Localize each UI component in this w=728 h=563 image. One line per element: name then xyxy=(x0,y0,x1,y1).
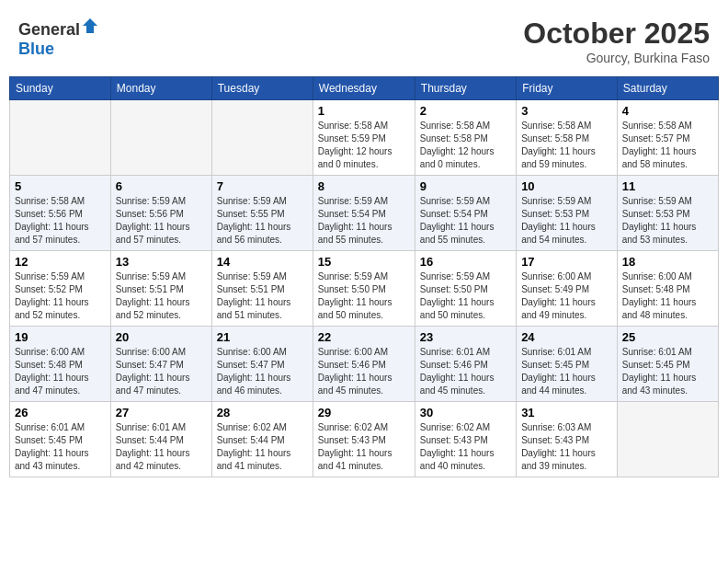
calendar-cell xyxy=(617,402,718,477)
day-info: Sunrise: 6:00 AM Sunset: 5:47 PM Dayligh… xyxy=(116,346,207,397)
calendar-cell: 13Sunrise: 5:59 AM Sunset: 5:51 PM Dayli… xyxy=(110,251,211,327)
day-info: Sunrise: 5:59 AM Sunset: 5:50 PM Dayligh… xyxy=(318,270,410,322)
weekday-header-wednesday: Wednesday xyxy=(313,77,415,100)
logo: General Blue xyxy=(18,17,99,59)
day-info: Sunrise: 5:59 AM Sunset: 5:50 PM Dayligh… xyxy=(420,270,511,322)
day-info: Sunrise: 5:59 AM Sunset: 5:51 PM Dayligh… xyxy=(217,270,308,322)
day-info: Sunrise: 5:58 AM Sunset: 5:58 PM Dayligh… xyxy=(420,120,511,171)
day-number: 3 xyxy=(521,104,612,118)
calendar-cell: 2Sunrise: 5:58 AM Sunset: 5:58 PM Daylig… xyxy=(415,100,516,176)
weekday-header-monday: Monday xyxy=(110,77,211,100)
day-number: 10 xyxy=(521,179,612,193)
day-info: Sunrise: 5:59 AM Sunset: 5:53 PM Dayligh… xyxy=(521,195,612,247)
day-number: 7 xyxy=(217,179,308,193)
day-number: 2 xyxy=(420,104,511,118)
logo-blue: Blue xyxy=(18,40,54,58)
weekday-header-row: SundayMondayTuesdayWednesdayThursdayFrid… xyxy=(10,77,719,100)
day-info: Sunrise: 5:59 AM Sunset: 5:52 PM Dayligh… xyxy=(15,270,106,322)
calendar-cell: 16Sunrise: 5:59 AM Sunset: 5:50 PM Dayli… xyxy=(415,251,516,327)
day-info: Sunrise: 6:00 AM Sunset: 5:49 PM Dayligh… xyxy=(521,270,612,322)
calendar-cell: 12Sunrise: 5:59 AM Sunset: 5:52 PM Dayli… xyxy=(10,251,111,327)
calendar-cell: 10Sunrise: 5:59 AM Sunset: 5:53 PM Dayli… xyxy=(517,176,618,251)
day-info: Sunrise: 5:58 AM Sunset: 5:58 PM Dayligh… xyxy=(521,120,612,171)
calendar-week-row: 5Sunrise: 5:58 AM Sunset: 5:56 PM Daylig… xyxy=(10,176,719,251)
weekday-header-tuesday: Tuesday xyxy=(211,77,313,100)
day-number: 13 xyxy=(116,255,207,269)
day-number: 30 xyxy=(420,406,511,419)
day-info: Sunrise: 5:59 AM Sunset: 5:55 PM Dayligh… xyxy=(217,195,308,247)
calendar-cell: 19Sunrise: 6:00 AM Sunset: 5:48 PM Dayli… xyxy=(10,327,111,402)
calendar-cell xyxy=(211,100,313,176)
day-info: Sunrise: 5:59 AM Sunset: 5:56 PM Dayligh… xyxy=(116,195,207,247)
calendar-week-row: 12Sunrise: 5:59 AM Sunset: 5:52 PM Dayli… xyxy=(10,251,719,327)
month-title: October 2025 xyxy=(523,17,710,51)
day-number: 11 xyxy=(622,179,713,193)
weekday-header-saturday: Saturday xyxy=(617,77,718,100)
calendar-cell: 27Sunrise: 6:01 AM Sunset: 5:44 PM Dayli… xyxy=(110,402,211,477)
day-info: Sunrise: 5:58 AM Sunset: 5:59 PM Dayligh… xyxy=(318,120,410,171)
calendar-cell: 4Sunrise: 5:58 AM Sunset: 5:57 PM Daylig… xyxy=(617,100,718,176)
calendar-cell: 23Sunrise: 6:01 AM Sunset: 5:46 PM Dayli… xyxy=(415,327,516,402)
calendar-cell: 8Sunrise: 5:59 AM Sunset: 5:54 PM Daylig… xyxy=(313,176,415,251)
day-info: Sunrise: 6:01 AM Sunset: 5:44 PM Dayligh… xyxy=(116,421,207,473)
calendar-cell: 15Sunrise: 5:59 AM Sunset: 5:50 PM Dayli… xyxy=(313,251,415,327)
day-info: Sunrise: 6:02 AM Sunset: 5:43 PM Dayligh… xyxy=(420,421,511,473)
day-info: Sunrise: 6:01 AM Sunset: 5:45 PM Dayligh… xyxy=(622,346,713,397)
weekday-header-thursday: Thursday xyxy=(415,77,516,100)
day-number: 24 xyxy=(521,330,612,344)
day-info: Sunrise: 6:01 AM Sunset: 5:45 PM Dayligh… xyxy=(15,421,106,473)
calendar-week-row: 26Sunrise: 6:01 AM Sunset: 5:45 PM Dayli… xyxy=(10,402,719,477)
day-number: 15 xyxy=(318,255,410,269)
day-number: 27 xyxy=(116,406,207,419)
day-number: 5 xyxy=(15,179,106,193)
day-info: Sunrise: 5:59 AM Sunset: 5:53 PM Dayligh… xyxy=(622,195,713,247)
day-info: Sunrise: 6:00 AM Sunset: 5:46 PM Dayligh… xyxy=(318,346,410,397)
day-number: 29 xyxy=(318,406,410,419)
calendar-cell: 17Sunrise: 6:00 AM Sunset: 5:49 PM Dayli… xyxy=(517,251,618,327)
day-number: 21 xyxy=(217,330,308,344)
calendar-cell: 28Sunrise: 6:02 AM Sunset: 5:44 PM Dayli… xyxy=(211,402,313,477)
day-info: Sunrise: 6:01 AM Sunset: 5:45 PM Dayligh… xyxy=(521,346,612,397)
calendar-week-row: 1Sunrise: 5:58 AM Sunset: 5:59 PM Daylig… xyxy=(10,100,719,176)
logo-text: General Blue xyxy=(18,17,99,59)
day-info: Sunrise: 6:03 AM Sunset: 5:43 PM Dayligh… xyxy=(521,421,612,473)
calendar-cell: 31Sunrise: 6:03 AM Sunset: 5:43 PM Dayli… xyxy=(517,402,618,477)
day-number: 28 xyxy=(217,406,308,419)
day-number: 14 xyxy=(217,255,308,269)
day-number: 31 xyxy=(521,406,612,419)
day-info: Sunrise: 5:58 AM Sunset: 5:57 PM Dayligh… xyxy=(622,120,713,171)
day-number: 18 xyxy=(622,255,713,269)
day-info: Sunrise: 6:02 AM Sunset: 5:43 PM Dayligh… xyxy=(318,421,410,473)
logo-icon xyxy=(81,17,99,35)
calendar-cell: 20Sunrise: 6:00 AM Sunset: 5:47 PM Dayli… xyxy=(110,327,211,402)
calendar-cell: 3Sunrise: 5:58 AM Sunset: 5:58 PM Daylig… xyxy=(517,100,618,176)
calendar-cell: 18Sunrise: 6:00 AM Sunset: 5:48 PM Dayli… xyxy=(617,251,718,327)
day-number: 12 xyxy=(15,255,106,269)
day-info: Sunrise: 6:02 AM Sunset: 5:44 PM Dayligh… xyxy=(217,421,308,473)
calendar-cell: 26Sunrise: 6:01 AM Sunset: 5:45 PM Dayli… xyxy=(10,402,111,477)
day-number: 25 xyxy=(622,330,713,344)
calendar-cell xyxy=(110,100,211,176)
logo-general: General xyxy=(18,20,80,39)
calendar-cell: 29Sunrise: 6:02 AM Sunset: 5:43 PM Dayli… xyxy=(313,402,415,477)
day-number: 17 xyxy=(521,255,612,269)
location: Gourcy, Burkina Faso xyxy=(523,51,710,65)
day-info: Sunrise: 5:58 AM Sunset: 5:56 PM Dayligh… xyxy=(15,195,106,247)
day-number: 9 xyxy=(420,179,511,193)
weekday-header-sunday: Sunday xyxy=(10,77,111,100)
calendar-cell xyxy=(10,100,111,176)
day-number: 16 xyxy=(420,255,511,269)
calendar-cell: 24Sunrise: 6:01 AM Sunset: 5:45 PM Dayli… xyxy=(517,327,618,402)
weekday-header-friday: Friday xyxy=(517,77,618,100)
day-number: 8 xyxy=(318,179,410,193)
day-number: 19 xyxy=(15,330,106,344)
calendar-cell: 5Sunrise: 5:58 AM Sunset: 5:56 PM Daylig… xyxy=(10,176,111,251)
day-number: 4 xyxy=(622,104,713,118)
day-info: Sunrise: 6:00 AM Sunset: 5:48 PM Dayligh… xyxy=(15,346,106,397)
day-info: Sunrise: 6:00 AM Sunset: 5:48 PM Dayligh… xyxy=(622,270,713,322)
day-number: 26 xyxy=(15,406,106,419)
day-info: Sunrise: 5:59 AM Sunset: 5:54 PM Dayligh… xyxy=(318,195,410,247)
calendar-cell: 11Sunrise: 5:59 AM Sunset: 5:53 PM Dayli… xyxy=(617,176,718,251)
day-number: 1 xyxy=(318,104,410,118)
calendar-cell: 14Sunrise: 5:59 AM Sunset: 5:51 PM Dayli… xyxy=(211,251,313,327)
